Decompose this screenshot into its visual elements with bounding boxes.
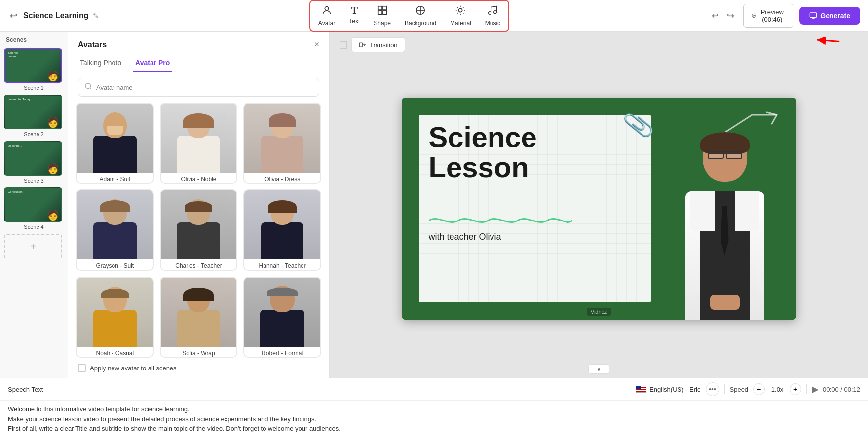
bottom-panel: Speech Text English(US) - Eric ••• Speed… <box>0 378 868 442</box>
slide-title: Science Lesson <box>429 122 537 183</box>
voice-more-button[interactable]: ••• <box>706 382 719 396</box>
add-scene-button[interactable]: + <box>4 234 62 258</box>
scene-thumb-4: Conclusion 🧑 <box>4 187 62 222</box>
transition-button[interactable]: Transition <box>351 37 405 52</box>
avatar-name-hannah-teacher: Hannah - Teacher <box>244 259 320 270</box>
canvas-area: Transition 📎 Science <box>330 32 868 378</box>
panel-footer: Apply new avatar to all scenes <box>68 358 329 378</box>
slide-avatar <box>653 103 796 320</box>
redo-button[interactable]: ↪ <box>724 7 737 24</box>
top-bar-left: ↩ Science Learning ✎ <box>8 8 107 23</box>
avatar-card-grayson-suit[interactable]: Grayson - Suit <box>76 189 154 270</box>
slide-paperclip: 📎 <box>621 109 655 142</box>
svg-rect-3 <box>378 10 381 14</box>
generate-button[interactable]: Generate <box>799 7 860 25</box>
scenes-sidebar: Scenes ScienceLesson 🧑 Scene 1 Lesson fo… <box>0 32 68 378</box>
music-icon <box>487 5 498 18</box>
avatar-panel: Avatars × Talking Photo Avatar Pro <box>68 32 330 378</box>
tool-shape[interactable]: Shape <box>367 2 398 30</box>
play-button[interactable]: ▶ <box>812 384 819 395</box>
bottom-bar-right: English(US) - Eric ••• Speed − 1.0x + ▶ … <box>636 382 860 396</box>
svg-point-0 <box>325 6 328 10</box>
generate-icon <box>809 12 817 20</box>
slide-watermark: Vidnoz <box>587 308 611 316</box>
speed-value: 1.0x <box>770 386 785 393</box>
panel-tabs: Talking Photo Avatar Pro <box>68 55 329 72</box>
speech-text-label: Speech Text <box>8 386 43 393</box>
tab-talking-photo[interactable]: Talking Photo <box>78 55 123 72</box>
scene-item-1[interactable]: ScienceLesson 🧑 Scene 1 <box>4 48 64 91</box>
avatar-name-olivia-dress: Olivia - Dress <box>244 173 320 184</box>
apply-all-scenes-checkbox[interactable] <box>78 364 86 372</box>
speed-decrease-button[interactable]: − <box>753 383 765 395</box>
avatar-card-robert-formal[interactable]: Robert - Formal <box>243 277 321 358</box>
svg-rect-13 <box>810 13 817 17</box>
scene-item-3[interactable]: Describe... 🧑 Scene 3 <box>4 141 64 184</box>
scene-label-4: Scene 4 <box>4 224 64 230</box>
tool-material[interactable]: Material <box>443 2 478 30</box>
scene-item-2[interactable]: Lesson for Today 🧑 Scene 2 <box>4 95 64 137</box>
scene-label-3: Scene 3 <box>4 178 64 184</box>
avatar-card-olivia-dress[interactable]: Olivia - Dress <box>243 103 321 184</box>
scene-label-1: Scene 1 <box>4 85 64 91</box>
speed-increase-button[interactable]: + <box>790 383 801 395</box>
undo-redo-group: ↩ ↪ <box>709 7 737 24</box>
avatar-name-noah-casual: Noah - Casual <box>77 347 153 358</box>
avatar-search-input[interactable] <box>96 84 313 91</box>
scene-label-2: Scene 2 <box>4 131 64 137</box>
tool-music[interactable]: Music <box>478 2 507 30</box>
transition-checkbox[interactable] <box>340 41 347 49</box>
panel-close-button[interactable]: × <box>314 39 319 50</box>
shape-icon <box>377 5 388 18</box>
avatar-card-sofia-wrap[interactable]: Sofia - Wrap <box>160 277 238 358</box>
collapse-button[interactable]: ∨ <box>588 364 609 374</box>
avatar-card-noah-casual[interactable]: Noah - Casual <box>76 277 154 358</box>
scene-thumb-1: ScienceLesson 🧑 <box>4 48 62 83</box>
divider <box>724 384 725 394</box>
avatar-card-hannah-teacher[interactable]: Hannah - Teacher <box>243 189 321 270</box>
search-icon <box>84 82 92 92</box>
apply-all-scenes-label: Apply new avatar to all scenes <box>90 365 177 372</box>
svg-point-15 <box>85 83 91 89</box>
avatar-card-olivia-noble[interactable]: Olivia - Noble <box>160 103 238 184</box>
edit-icon[interactable]: ✎ <box>93 12 99 20</box>
canvas-slide[interactable]: 📎 Science Lesson with teacher Olivia <box>402 98 796 320</box>
avatar-card-charles-teacher[interactable]: Charles - Teacher <box>160 189 238 270</box>
us-flag-icon <box>636 386 646 393</box>
canvas-wrapper: 📎 Science Lesson with teacher Olivia <box>330 58 868 364</box>
divider2 <box>806 384 807 394</box>
scene-item-4[interactable]: Conclusion 🧑 Scene 4 <box>4 187 64 230</box>
scenes-title: Scenes <box>4 37 64 43</box>
avatar-name-sofia-wrap: Sofia - Wrap <box>161 347 237 358</box>
tool-text[interactable]: T Text <box>342 2 367 30</box>
svg-point-9 <box>489 11 491 14</box>
slide-wavy-line <box>429 214 572 227</box>
slide-subtitle: with teacher Olivia <box>429 232 501 242</box>
tab-avatar-pro[interactable]: Avatar Pro <box>133 55 172 72</box>
tool-avatar[interactable]: Avatar <box>311 2 342 30</box>
svg-marker-12 <box>754 15 755 16</box>
panel-header: Avatars × <box>68 32 329 55</box>
toolbar-center: Avatar T Text Shape Background <box>107 0 712 32</box>
scene-thumb-3: Describe... 🧑 <box>4 141 62 176</box>
tool-background[interactable]: Background <box>398 2 443 30</box>
preview-button[interactable]: Preview (00:46) <box>743 4 793 28</box>
speech-textarea[interactable] <box>0 401 868 442</box>
avatar-name-adam-suit: Adam - Suit <box>77 173 153 184</box>
svg-rect-4 <box>383 10 386 14</box>
svg-point-10 <box>494 10 497 13</box>
main-content: Scenes ScienceLesson 🧑 Scene 1 Lesson fo… <box>0 32 868 378</box>
preview-icon <box>752 12 756 20</box>
avatar-name-olivia-noble: Olivia - Noble <box>161 173 237 184</box>
transition-icon <box>359 41 367 49</box>
voice-name: English(US) - Eric <box>649 386 700 393</box>
toolbar-group: Avatar T Text Shape Background <box>309 0 509 32</box>
collapse-bar: ∨ <box>330 364 868 378</box>
top-bar-right: ↩ ↪ Preview (00:46) Generate <box>712 4 860 28</box>
back-button[interactable]: ↩ <box>8 8 19 23</box>
avatar-name-robert-formal: Robert - Formal <box>244 347 320 358</box>
material-icon <box>455 5 466 18</box>
avatar-card-adam-suit[interactable]: Adam - Suit <box>76 103 154 184</box>
undo-button[interactable]: ↩ <box>709 7 722 24</box>
top-bar: ↩ Science Learning ✎ Avatar T Text Shape <box>0 0 868 32</box>
